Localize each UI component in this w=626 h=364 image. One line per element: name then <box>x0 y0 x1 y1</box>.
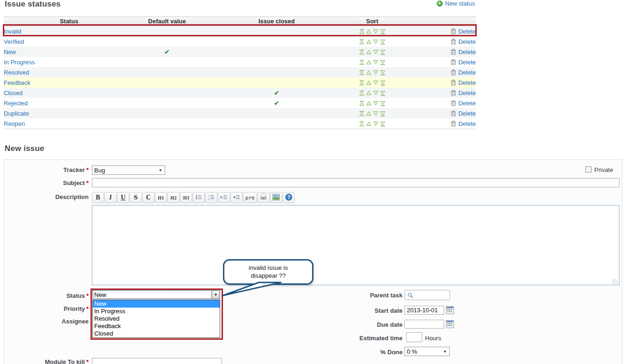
move-to-bottom-icon[interactable] <box>380 80 386 86</box>
move-to-bottom-icon[interactable] <box>380 90 386 96</box>
toolbar-button-quote[interactable] <box>218 192 230 203</box>
toolbar-button-bold[interactable]: B <box>92 192 104 203</box>
toolbar-button-underline[interactable]: U <box>117 192 129 203</box>
move-to-bottom-icon[interactable] <box>380 29 386 34</box>
move-down-icon[interactable] <box>373 101 379 106</box>
move-to-top-icon[interactable] <box>359 121 365 127</box>
dropdown-arrow-button[interactable]: ▼ <box>212 290 220 299</box>
move-down-icon[interactable] <box>373 121 379 127</box>
status-row: Rejected✔Delete <box>4 98 476 108</box>
resize-grip[interactable] <box>612 279 618 284</box>
move-up-icon[interactable] <box>366 70 372 76</box>
toolbar-button-preformatted[interactable]: pre <box>243 192 257 203</box>
toolbar-button-heading2[interactable]: H2 <box>167 192 180 203</box>
move-to-bottom-icon[interactable] <box>380 49 386 55</box>
move-up-icon[interactable] <box>366 90 372 96</box>
move-to-bottom-icon[interactable] <box>380 60 386 65</box>
move-to-top-icon[interactable] <box>359 60 365 65</box>
move-down-icon[interactable] <box>373 90 379 96</box>
start-date-input[interactable] <box>404 306 444 315</box>
move-up-icon[interactable] <box>366 111 372 117</box>
move-to-top-icon[interactable] <box>359 101 365 106</box>
move-down-icon[interactable] <box>373 80 379 86</box>
status-option[interactable]: New <box>93 300 220 308</box>
status-option[interactable]: Closed <box>93 330 220 337</box>
status-option[interactable]: In Progress <box>93 308 220 315</box>
toolbar-button-unquote[interactable] <box>230 192 243 203</box>
move-up-icon[interactable] <box>366 60 372 65</box>
parent-task-label: Parent task <box>323 292 403 299</box>
move-to-bottom-icon[interactable] <box>380 111 386 117</box>
toolbar-button-link[interactable] <box>257 192 270 203</box>
delete-link[interactable]: Delete <box>451 28 476 35</box>
due-date-input[interactable] <box>404 320 444 329</box>
move-down-icon[interactable] <box>373 70 379 76</box>
move-to-top-icon[interactable] <box>359 70 365 76</box>
module-field-input[interactable] <box>92 358 222 364</box>
move-to-top-icon[interactable] <box>359 49 365 55</box>
subject-input[interactable] <box>92 178 619 187</box>
private-checkbox[interactable] <box>585 166 591 172</box>
calendar-icon[interactable] <box>446 320 454 328</box>
status-name-link[interactable]: Resolved <box>4 69 29 76</box>
tracker-select[interactable]: Bug ▼ <box>92 165 165 175</box>
status-name-link[interactable]: Rejected <box>4 100 28 107</box>
toolbar-button-help[interactable]: ? <box>283 192 295 203</box>
move-to-top-icon[interactable] <box>359 90 365 96</box>
move-down-icon[interactable] <box>373 49 379 55</box>
status-option[interactable]: Resolved <box>93 315 220 323</box>
trash-icon <box>451 38 456 45</box>
status-option[interactable]: Feedback <box>93 323 220 330</box>
move-down-icon[interactable] <box>373 39 379 45</box>
move-up-icon[interactable] <box>366 49 372 55</box>
delete-link[interactable]: Delete <box>451 100 476 107</box>
move-to-top-icon[interactable] <box>359 80 365 86</box>
move-down-icon[interactable] <box>373 60 379 65</box>
delete-link[interactable]: Delete <box>451 48 476 55</box>
move-up-icon[interactable] <box>366 121 372 127</box>
toolbar-button-heading3[interactable]: H3 <box>180 192 192 203</box>
move-up-icon[interactable] <box>366 101 372 106</box>
move-to-top-icon[interactable] <box>359 111 365 117</box>
delete-link[interactable]: Delete <box>451 120 476 127</box>
toolbar-button-heading1[interactable]: H1 <box>155 192 167 203</box>
status-name-link[interactable]: In Progress <box>4 59 35 66</box>
toolbar-button-strikethrough[interactable]: S <box>130 192 142 203</box>
delete-link[interactable]: Delete <box>451 38 476 45</box>
status-name-link[interactable]: Verified <box>4 38 24 45</box>
move-up-icon[interactable] <box>366 39 372 45</box>
status-name-link[interactable]: Reopen <box>4 120 25 127</box>
toolbar-button-bulleted-list[interactable] <box>193 192 205 203</box>
delete-link[interactable]: Delete <box>451 89 476 96</box>
parent-task-input[interactable] <box>404 290 450 300</box>
delete-link[interactable]: Delete <box>451 79 476 86</box>
delete-link[interactable]: Delete <box>451 59 476 66</box>
new-status-link[interactable]: + New status <box>437 0 475 7</box>
move-to-top-icon[interactable] <box>359 29 365 34</box>
description-textarea[interactable] <box>92 205 619 285</box>
move-down-icon[interactable] <box>373 29 379 34</box>
move-to-bottom-icon[interactable] <box>380 121 386 127</box>
status-name-link[interactable]: New <box>4 48 16 55</box>
status-select[interactable]: New ▼ <box>92 290 220 299</box>
delete-link[interactable]: Delete <box>451 110 476 117</box>
status-name-link[interactable]: Feedback <box>4 79 30 86</box>
toolbar-button-code[interactable]: C <box>142 192 154 203</box>
move-up-icon[interactable] <box>366 80 372 86</box>
move-to-bottom-icon[interactable] <box>380 39 386 45</box>
move-to-top-icon[interactable] <box>359 39 365 45</box>
move-down-icon[interactable] <box>373 111 379 117</box>
toolbar-button-numbered-list[interactable]: 12 <box>205 192 217 203</box>
status-name-link[interactable]: Duplicate <box>4 110 29 117</box>
delete-link[interactable]: Delete <box>451 69 476 76</box>
status-name-link[interactable]: Closed <box>4 89 22 96</box>
estimated-time-input[interactable] <box>406 332 422 342</box>
move-to-bottom-icon[interactable] <box>380 70 386 76</box>
move-to-bottom-icon[interactable] <box>380 101 386 106</box>
toolbar-button-italic[interactable]: I <box>104 192 117 203</box>
move-up-icon[interactable] <box>366 29 372 34</box>
calendar-icon[interactable] <box>446 306 454 314</box>
status-name-link[interactable]: Invalid <box>4 28 21 35</box>
done-ratio-select[interactable]: 0 % ▼ <box>404 347 450 356</box>
toolbar-button-image[interactable] <box>270 192 282 203</box>
